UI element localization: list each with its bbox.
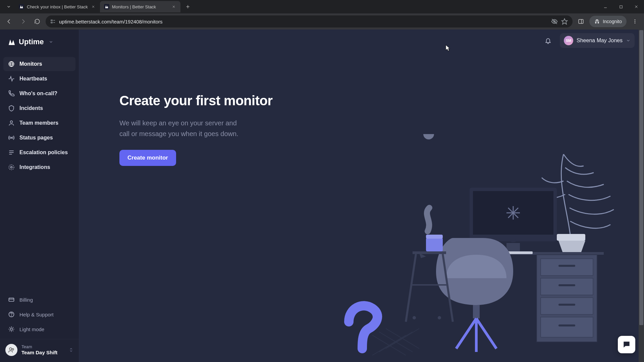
svg-line-61: [508, 208, 518, 218]
list-icon: [8, 149, 15, 156]
activity-icon: [8, 75, 15, 82]
svg-rect-48: [537, 255, 597, 342]
url-field[interactable]: uptime.betterstack.com/team/192408/monit…: [46, 15, 573, 27]
eye-off-icon[interactable]: [551, 18, 558, 25]
nav-label: Integrations: [19, 164, 50, 170]
tab-title: Check your inbox | Better Stack: [27, 4, 88, 9]
nav-label: Status pages: [19, 135, 53, 141]
window-maximize-button[interactable]: [613, 0, 629, 13]
chat-widget-button[interactable]: [618, 336, 635, 353]
svg-line-81: [372, 335, 406, 355]
nav-label: Team members: [19, 120, 58, 126]
svg-rect-57: [470, 188, 557, 241]
secondary-nav: Billing Help & Support Light mode: [0, 290, 79, 339]
nav-team-members[interactable]: Team members: [3, 116, 75, 130]
new-tab-button[interactable]: [183, 2, 193, 11]
team-switcher[interactable]: Team Team Day Shift: [0, 339, 79, 362]
tab-close-button[interactable]: [171, 4, 176, 9]
nav-label: Escalation policies: [19, 149, 68, 156]
bell-icon: [545, 37, 551, 44]
brand-name: Uptime: [19, 38, 44, 46]
primary-nav: Monitors Heartbeats Who's on-call? Incid…: [0, 54, 79, 177]
tab-close-button[interactable]: [91, 4, 96, 9]
svg-rect-46: [557, 234, 585, 241]
nav-billing[interactable]: Billing: [3, 293, 75, 307]
nav-integrations[interactable]: Integrations: [3, 160, 75, 174]
browser-menu-button[interactable]: [629, 16, 641, 27]
sidebar: Uptime Monitors Heartbeats Who's on-call…: [0, 29, 79, 362]
nav-status-pages[interactable]: Status pages: [3, 131, 75, 145]
empty-state: Create your first monitor We will keep a…: [119, 93, 272, 166]
svg-point-63: [510, 239, 517, 242]
svg-rect-10: [51, 20, 52, 21]
svg-point-34: [11, 316, 12, 316]
svg-line-43: [9, 330, 10, 331]
nav-escalation-policies[interactable]: Escalation policies: [3, 145, 75, 160]
nav-light-mode[interactable]: Light mode: [3, 322, 75, 336]
page-scrollbar[interactable]: [639, 29, 644, 362]
back-button[interactable]: [3, 16, 15, 27]
incognito-indicator[interactable]: Incognito: [589, 16, 627, 27]
nav-on-call[interactable]: Who's on-call?: [3, 86, 75, 101]
tab-inactive[interactable]: Check your inbox | Better Stack: [15, 1, 100, 12]
window-minimize-button[interactable]: [598, 0, 613, 13]
svg-rect-55: [558, 304, 575, 306]
tab-search-button[interactable]: [3, 1, 15, 12]
svg-rect-52: [541, 317, 593, 337]
chevron-down-icon: [626, 38, 631, 43]
nav-heartbeats[interactable]: Heartbeats: [3, 72, 75, 86]
tab-strip: Check your inbox | Better Stack Monitors…: [0, 0, 644, 13]
svg-line-69: [476, 318, 496, 349]
notifications-button[interactable]: [542, 35, 554, 46]
svg-rect-7: [620, 5, 622, 8]
nav-label: Monitors: [19, 61, 42, 67]
svg-line-40: [9, 327, 10, 328]
svg-point-24: [10, 121, 13, 123]
reload-button[interactable]: [32, 16, 43, 27]
svg-rect-31: [9, 298, 14, 301]
window-close-button[interactable]: [629, 0, 644, 13]
svg-line-41: [13, 330, 13, 331]
svg-marker-16: [562, 19, 568, 24]
nav-label: Heartbeats: [19, 76, 47, 82]
user-name: Sheena May Jones: [577, 38, 623, 44]
svg-rect-75: [426, 238, 443, 251]
side-panel-button[interactable]: [575, 16, 587, 27]
svg-rect-67: [473, 305, 480, 318]
bookmark-star-icon[interactable]: [561, 18, 568, 25]
svg-point-77: [423, 134, 434, 139]
svg-rect-49: [541, 259, 593, 276]
scrollbar-thumb[interactable]: [639, 30, 643, 325]
broadcast-icon: [8, 134, 15, 141]
tab-active[interactable]: Monitors | Better Stack: [100, 1, 180, 12]
svg-point-20: [635, 21, 636, 22]
globe-icon: [8, 61, 15, 67]
svg-line-79: [379, 332, 413, 352]
forward-button[interactable]: [17, 16, 29, 27]
svg-rect-53: [558, 265, 575, 267]
svg-line-62: [508, 208, 518, 218]
help-icon: [8, 311, 15, 318]
svg-rect-64: [506, 243, 520, 251]
svg-line-73: [443, 254, 453, 322]
main-content: SM Sheena May Jones Create your first mo…: [79, 29, 644, 362]
svg-rect-50: [541, 278, 593, 295]
svg-point-84: [413, 316, 416, 319]
svg-point-25: [11, 137, 12, 138]
app-root: Uptime Monitors Heartbeats Who's on-call…: [0, 29, 644, 362]
nav-incidents[interactable]: Incidents: [3, 101, 75, 115]
svg-point-44: [9, 348, 12, 350]
brand-switcher[interactable]: Uptime: [0, 36, 79, 54]
create-monitor-button[interactable]: Create monitor: [119, 150, 176, 166]
url-text: uptime.betterstack.com/team/192408/monit…: [59, 19, 548, 24]
team-header-label: Team: [21, 344, 57, 350]
nav-label: Incidents: [19, 105, 43, 111]
nav-help[interactable]: Help & Support: [3, 307, 75, 321]
nav-monitors[interactable]: Monitors: [3, 57, 75, 71]
chat-icon: [622, 340, 631, 349]
user-menu[interactable]: SM Sheena May Jones: [560, 33, 635, 48]
team-avatar-icon: [5, 344, 17, 356]
tab-title: Monitors | Better Stack: [112, 4, 168, 9]
topbar: SM Sheena May Jones: [79, 29, 644, 52]
svg-rect-11: [51, 22, 52, 23]
